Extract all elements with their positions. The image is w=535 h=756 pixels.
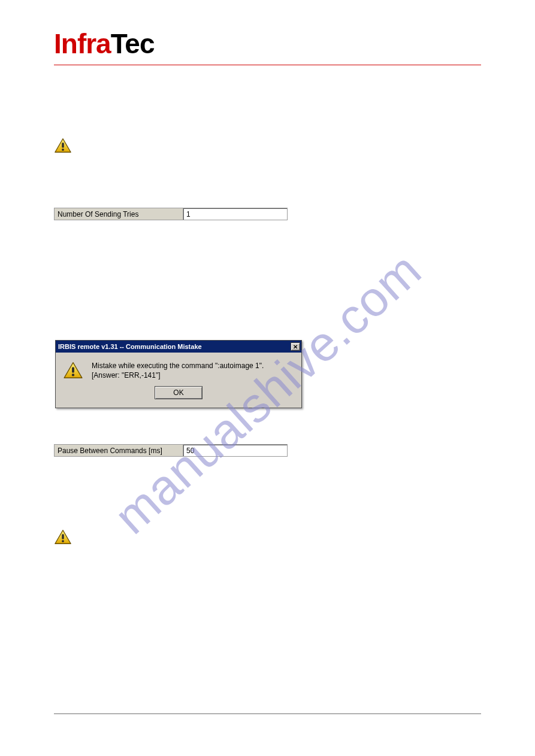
warning-row-2 (54, 529, 481, 545)
pause-between-commands-input[interactable] (183, 445, 287, 456)
pause-between-commands-block: Pause Between Commands [ms] (54, 444, 481, 457)
pause-between-commands-field: Pause Between Commands [ms] (54, 444, 288, 457)
close-icon[interactable]: ✕ (291, 342, 300, 351)
dialog-message-line1: Mistake while executing the command ":au… (92, 362, 264, 370)
number-sending-tries-label: Number Of Sending Tries (55, 208, 183, 220)
warning-row-1 (54, 137, 481, 154)
communication-mistake-dialog: IRBIS remote v1.31 -- Communication Mist… (55, 340, 302, 408)
header-separator (54, 65, 481, 65)
footer-separator (54, 714, 481, 714)
warning-icon (63, 361, 83, 379)
dialog-titlebar[interactable]: IRBIS remote v1.31 -- Communication Mist… (56, 341, 301, 353)
pause-between-commands-label: Pause Between Commands [ms] (55, 445, 183, 456)
brand-logo: InfraTec (54, 30, 481, 57)
dialog-message: Mistake while executing the command ":au… (92, 361, 264, 380)
svg-point-8 (62, 541, 64, 543)
dialog-title: IRBIS remote v1.31 -- Communication Mist… (58, 343, 202, 350)
svg-rect-4 (72, 367, 74, 373)
dialog-message-line2: [Answer: "ERR,-141"] (92, 371, 161, 379)
number-sending-tries-input[interactable] (183, 208, 287, 220)
brand-part1: Infra (54, 28, 111, 59)
ok-button[interactable]: OK (155, 386, 202, 399)
dialog-actions: OK (56, 386, 301, 408)
warning-icon (54, 137, 72, 154)
svg-point-5 (72, 374, 74, 376)
warning-icon (54, 529, 72, 545)
svg-rect-7 (62, 535, 64, 539)
number-sending-tries-field: Number Of Sending Tries (54, 208, 288, 220)
page-root: InfraTec Number Of Sending Tries (0, 0, 535, 756)
svg-point-2 (62, 148, 64, 151)
brand-part2: Tec (111, 28, 155, 59)
svg-rect-1 (62, 142, 64, 147)
number-sending-tries-block: Number Of Sending Tries (54, 208, 481, 220)
dialog-body: Mistake while executing the command ":au… (56, 353, 301, 386)
